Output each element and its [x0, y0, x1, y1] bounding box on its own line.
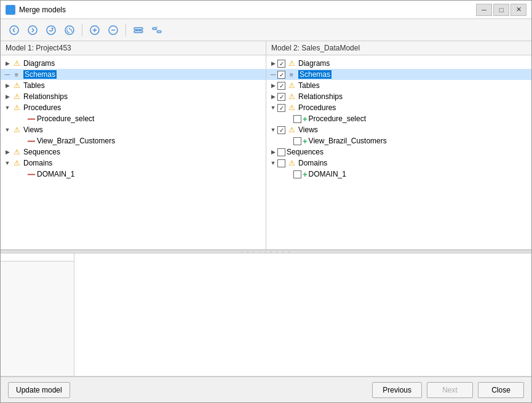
expander-icon[interactable]: ▼	[3, 103, 12, 112]
expander-icon[interactable]: ▶	[3, 59, 12, 68]
tree-row[interactable]: ▼ ⚠ Domains	[266, 158, 531, 169]
tree-row[interactable]: ▶ ⚠ Diagrams	[1, 58, 266, 69]
tree-row[interactable]: ▼ ⚠ Views	[1, 124, 266, 135]
window-title: Merge models	[19, 6, 476, 14]
node-label: View_Brazil_Customers	[37, 137, 115, 145]
tree-row[interactable]: + View_Brazil_Customers	[266, 135, 531, 146]
update-model-button[interactable]: Update model	[8, 382, 70, 398]
left-tree: ▶ ⚠ Diagrams — ≡ Schemas ▶ ⚠ Tables	[1, 55, 266, 249]
expander-icon[interactable]: ▼	[269, 126, 277, 134]
tree-row[interactable]: ▼ ⚠ Domains	[1, 158, 266, 169]
node-label: Procedure_select	[309, 114, 366, 123]
next-button[interactable]: Next	[427, 382, 473, 398]
tree-row[interactable]: ▶ Sequences	[266, 146, 531, 158]
svg-rect-20	[153, 28, 156, 30]
tree-row[interactable]: ▼ ⚠ Procedures	[266, 102, 531, 113]
node-label: Relationships	[23, 92, 68, 101]
checkbox[interactable]	[277, 82, 285, 90]
expander-icon[interactable]: ▶	[3, 81, 12, 90]
left-panel: Model 1: Project453 ▶ ⚠ Diagrams — ≡ Sch…	[1, 41, 266, 249]
link-btn[interactable]	[130, 22, 147, 38]
warning-icon: ⚠	[12, 147, 22, 157]
tree-row[interactable]: ━━ Procedure_select	[1, 113, 266, 124]
plus-icon: +	[303, 114, 308, 124]
left-panel-header: Model 1: Project453	[1, 41, 266, 55]
warning-icon: ⚠	[287, 81, 296, 90]
expander-icon[interactable]: ▼	[269, 159, 277, 167]
expander-icon[interactable]: ▼	[3, 159, 12, 167]
tree-row[interactable]: ▼ ⚠ Procedures	[1, 102, 266, 113]
tree-row[interactable]: — ≡ Schemas	[1, 69, 266, 80]
node-label: Tables	[23, 81, 45, 90]
checkbox[interactable]	[293, 137, 301, 145]
expander-icon[interactable]: ▶	[269, 92, 277, 101]
bottom-left: Update model	[8, 382, 70, 398]
close-window-button[interactable]: ✕	[510, 4, 526, 16]
go-back-btn[interactable]	[6, 22, 23, 38]
tree-row[interactable]: ▶ ⚠ Diagrams	[266, 58, 531, 69]
unlink-btn[interactable]	[148, 22, 165, 38]
expander-icon[interactable]: —	[3, 70, 12, 79]
expander-icon[interactable]: ▶	[3, 92, 12, 101]
expander-icon[interactable]: ▶	[269, 81, 277, 90]
remove-btn[interactable]	[105, 22, 122, 38]
expander-icon[interactable]: ▶	[3, 148, 12, 156]
tree-row[interactable]: ▶ ⚠ Relationships	[1, 91, 266, 102]
detail-tab[interactable]	[1, 253, 74, 261]
checkbox[interactable]	[277, 159, 285, 167]
tree-row[interactable]: — ≡ Schemas	[266, 69, 531, 80]
expander-icon[interactable]: —	[269, 70, 277, 79]
plus-icon: +	[303, 137, 308, 146]
checkbox[interactable]	[277, 71, 285, 79]
go-forward-btn[interactable]	[24, 22, 41, 38]
expander-icon[interactable]: ▼	[3, 126, 12, 134]
checkbox[interactable]	[277, 104, 285, 112]
tree-row[interactable]: ━━ DOMAIN_1	[1, 169, 266, 180]
window-controls: ─ □ ✕	[476, 4, 526, 16]
close-button[interactable]: Close	[478, 382, 524, 398]
svg-rect-1	[11, 6, 14, 9]
maximize-button[interactable]: □	[493, 4, 509, 16]
minimize-button[interactable]: ─	[476, 4, 492, 16]
warning-icon: ⚠	[287, 103, 296, 113]
right-tree: ▶ ⚠ Diagrams — ≡ Schemas ▶	[266, 55, 531, 249]
warning-icon: ⚠	[12, 125, 22, 135]
expander-icon[interactable]: ▶	[269, 148, 277, 156]
node-label: Sequences	[287, 148, 324, 156]
node-label: Sequences	[23, 148, 60, 156]
bottom-bar: Update model Previous Next Close	[1, 377, 531, 402]
right-panel: Model 2: Sales_DataModel ▶ ⚠ Diagrams — …	[266, 41, 531, 249]
previous-button[interactable]: Previous	[372, 382, 422, 398]
checkbox[interactable]	[293, 170, 301, 178]
expander-icon[interactable]: ▶	[269, 59, 277, 68]
checkbox[interactable]	[293, 115, 301, 123]
tree-row[interactable]: ▶ ⚠ Tables	[1, 80, 266, 91]
dash-icon: ━━	[28, 138, 35, 145]
svg-point-6	[47, 26, 55, 34]
tree-row[interactable]: + Procedure_select	[266, 113, 531, 124]
refresh-btn[interactable]	[42, 22, 60, 38]
expander-icon[interactable]: ▼	[269, 103, 277, 112]
svg-point-5	[28, 26, 37, 34]
toolbar	[1, 19, 531, 41]
checkbox[interactable]	[277, 60, 285, 68]
tree-row[interactable]: ▼ ⚠ Views	[266, 124, 531, 135]
tree-row[interactable]: ▶ ⚠ Sequences	[1, 146, 266, 158]
window-icon	[6, 5, 15, 15]
expander-icon	[19, 137, 28, 145]
content-area: Model 1: Project453 ▶ ⚠ Diagrams — ≡ Sch…	[1, 41, 531, 377]
sync-btn[interactable]	[61, 22, 78, 38]
checkbox[interactable]	[277, 148, 285, 156]
schema-icon: ≡	[12, 70, 22, 79]
checkbox[interactable]	[277, 93, 285, 101]
tree-row[interactable]: + DOMAIN_1	[266, 169, 531, 180]
node-label: View_Brazil_Customers	[309, 137, 387, 145]
warning-icon: ⚠	[12, 81, 22, 90]
tree-row[interactable]: ▶ ⚠ Tables	[266, 80, 531, 91]
main-window: Merge models ─ □ ✕	[0, 0, 532, 403]
tree-row[interactable]: ━━ View_Brazil_Customers	[1, 135, 266, 146]
checkbox[interactable]	[277, 126, 285, 134]
node-label: Views	[23, 126, 43, 134]
add-btn[interactable]	[86, 22, 103, 38]
tree-row[interactable]: ▶ ⚠ Relationships	[266, 91, 531, 102]
